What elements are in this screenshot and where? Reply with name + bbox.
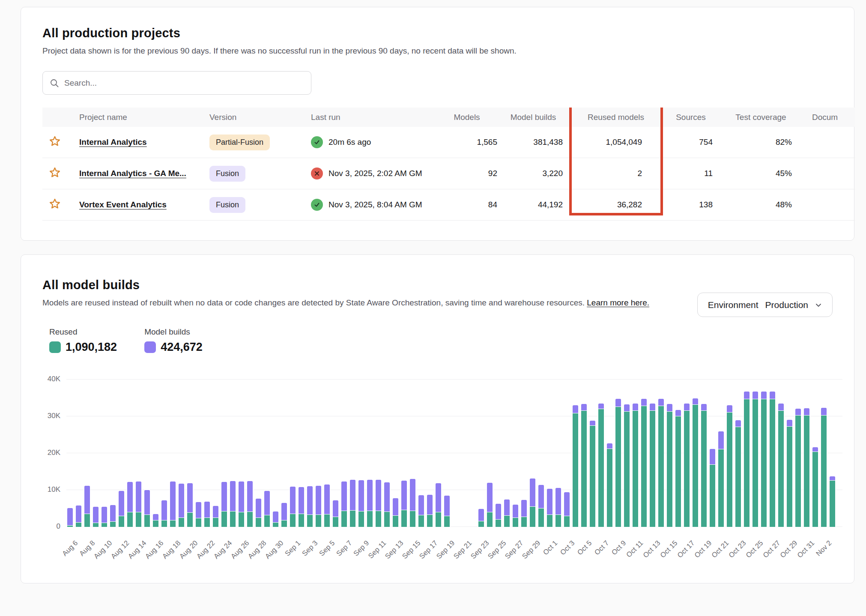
bar-segment-builds bbox=[418, 495, 424, 515]
bar-segment-builds bbox=[93, 507, 99, 523]
legend-builds-value: 424,672 bbox=[161, 341, 203, 354]
chart-bar bbox=[221, 482, 227, 527]
chart-bar bbox=[478, 509, 484, 527]
bar-segment-builds bbox=[333, 500, 338, 517]
reused-models-value: 36,282 bbox=[569, 200, 663, 209]
bar-segment-builds bbox=[410, 479, 415, 511]
reused-models-value: 2 bbox=[569, 169, 663, 178]
bar-segment-reused bbox=[187, 513, 193, 527]
chart-plot-area bbox=[66, 380, 842, 527]
chart-bar bbox=[812, 447, 818, 527]
chart-bar bbox=[427, 495, 433, 527]
bar-segment-reused bbox=[436, 512, 441, 527]
bar-segment-reused bbox=[530, 507, 535, 527]
bar-segment-reused bbox=[290, 514, 296, 527]
chart-bar bbox=[401, 481, 407, 527]
project-name-link[interactable]: Internal Analytics bbox=[79, 138, 147, 147]
chart-bar bbox=[615, 399, 621, 527]
bar-segment-builds bbox=[221, 482, 227, 511]
bar-segment-builds bbox=[247, 481, 253, 512]
legend-builds-label: Model builds bbox=[144, 327, 203, 337]
chart-bar bbox=[333, 500, 338, 527]
project-search[interactable] bbox=[42, 71, 311, 95]
bar-segment-builds bbox=[795, 409, 801, 416]
chart-bar bbox=[693, 398, 698, 527]
chart-bar bbox=[444, 496, 450, 527]
chart-bar bbox=[547, 489, 552, 527]
bar-segment-builds bbox=[187, 483, 193, 513]
chart-bar bbox=[196, 502, 201, 527]
chart-bar bbox=[161, 500, 167, 527]
bar-segment-builds bbox=[564, 492, 570, 516]
chart-bar bbox=[590, 421, 595, 527]
chart-bar bbox=[701, 404, 707, 527]
chart-bar bbox=[281, 503, 287, 527]
version-badge: Fusion bbox=[209, 197, 245, 213]
y-axis-tick: 40K bbox=[42, 375, 60, 383]
model-builds-card: All model builds Models are reused inste… bbox=[21, 254, 854, 583]
stacked-bar-chart: 010K20K30K40K Aug 6Aug 8Aug 10Aug 12Aug … bbox=[42, 371, 833, 572]
bar-segment-reused bbox=[136, 512, 141, 527]
favorite-star-button[interactable] bbox=[48, 197, 61, 212]
run-success-icon bbox=[311, 136, 323, 148]
bar-segment-builds bbox=[281, 503, 287, 520]
bar-segment-reused bbox=[538, 508, 544, 527]
model-builds-value: 381,438 bbox=[497, 138, 569, 147]
version-badge: Fusion bbox=[209, 166, 245, 182]
bar-segment-reused bbox=[735, 427, 741, 527]
learn-more-link[interactable]: Learn more here. bbox=[587, 298, 649, 307]
bar-segment-reused bbox=[333, 517, 338, 527]
chart-bar bbox=[804, 408, 809, 527]
bar-segment-reused bbox=[179, 518, 184, 527]
chart-bar bbox=[384, 482, 390, 527]
bar-segment-builds bbox=[547, 489, 552, 515]
bar-segment-builds bbox=[384, 482, 390, 512]
bar-segment-builds bbox=[170, 481, 176, 520]
bar-segment-reused bbox=[281, 520, 287, 527]
reused-swatch bbox=[49, 341, 61, 353]
reused-models-value: 1,054,049 bbox=[569, 138, 663, 147]
bar-segment-reused bbox=[67, 526, 73, 527]
chart-bar bbox=[110, 505, 116, 527]
legend-reused-label: Reused bbox=[49, 327, 117, 337]
y-axis-tick: 10K bbox=[42, 485, 60, 494]
bar-segment-builds bbox=[110, 505, 116, 522]
test-coverage-value: 82% bbox=[719, 138, 803, 147]
bar-segment-reused bbox=[418, 515, 424, 527]
bar-segment-reused bbox=[830, 481, 835, 527]
bar-segment-builds bbox=[710, 449, 715, 465]
last-run-text: Nov 3, 2025, 8:04 AM GM bbox=[328, 200, 422, 209]
bar-segment-builds bbox=[427, 495, 433, 514]
environment-select[interactable]: Environment Production bbox=[697, 293, 833, 317]
bar-segment-builds bbox=[136, 481, 141, 512]
chart-bar bbox=[316, 486, 321, 527]
bar-segment-builds bbox=[573, 405, 578, 413]
search-icon bbox=[50, 78, 59, 88]
bar-segment-reused bbox=[590, 426, 595, 527]
bar-segment-reused bbox=[701, 411, 707, 527]
chart-bar bbox=[247, 481, 253, 527]
chart-bar bbox=[119, 491, 124, 527]
project-name-link[interactable]: Vortex Event Analytics bbox=[79, 200, 167, 209]
project-name-link[interactable]: Internal Analytics - GA Me... bbox=[79, 169, 186, 178]
favorite-star-button[interactable] bbox=[48, 135, 61, 150]
bar-segment-reused bbox=[376, 511, 381, 527]
bar-segment-builds bbox=[693, 398, 698, 405]
bar-segment-builds bbox=[701, 404, 707, 411]
bar-segment-builds bbox=[727, 405, 732, 412]
bar-segment-builds bbox=[513, 505, 518, 518]
search-input[interactable] bbox=[64, 78, 304, 88]
test-coverage-value: 48% bbox=[719, 200, 803, 209]
bar-segment-reused bbox=[478, 521, 484, 527]
chart-bar bbox=[607, 443, 612, 527]
bar-segment-reused bbox=[693, 405, 698, 527]
favorite-star-button[interactable] bbox=[48, 166, 61, 181]
bar-segment-reused bbox=[256, 518, 261, 527]
environment-value: Production bbox=[765, 300, 808, 310]
bar-segment-reused bbox=[204, 518, 210, 527]
chart-bar bbox=[787, 420, 792, 527]
bar-segment-reused bbox=[598, 409, 604, 527]
bar-segment-reused bbox=[564, 516, 570, 527]
chart-bar bbox=[530, 478, 535, 527]
bar-segment-reused bbox=[350, 511, 355, 527]
